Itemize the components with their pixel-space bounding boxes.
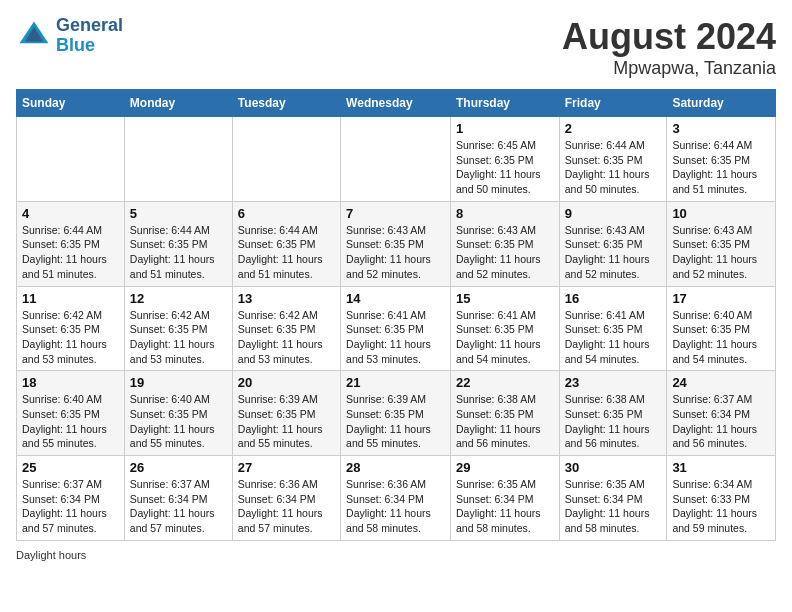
day-info: Sunrise: 6:40 AM Sunset: 6:35 PM Dayligh… [130,392,227,451]
calendar-cell: 4Sunrise: 6:44 AM Sunset: 6:35 PM Daylig… [17,201,125,286]
page-header: General Blue August 2024 Mpwapwa, Tanzan… [16,16,776,79]
calendar-cell: 18Sunrise: 6:40 AM Sunset: 6:35 PM Dayli… [17,371,125,456]
calendar-cell: 12Sunrise: 6:42 AM Sunset: 6:35 PM Dayli… [124,286,232,371]
day-of-week-header: Monday [124,90,232,117]
day-number: 17 [672,291,770,306]
calendar-cell: 5Sunrise: 6:44 AM Sunset: 6:35 PM Daylig… [124,201,232,286]
day-info: Sunrise: 6:40 AM Sunset: 6:35 PM Dayligh… [22,392,119,451]
calendar-cell [232,117,340,202]
calendar-week-row: 1Sunrise: 6:45 AM Sunset: 6:35 PM Daylig… [17,117,776,202]
day-info: Sunrise: 6:45 AM Sunset: 6:35 PM Dayligh… [456,138,554,197]
day-number: 23 [565,375,662,390]
day-number: 9 [565,206,662,221]
day-info: Sunrise: 6:39 AM Sunset: 6:35 PM Dayligh… [238,392,335,451]
calendar-cell: 24Sunrise: 6:37 AM Sunset: 6:34 PM Dayli… [667,371,776,456]
calendar-week-row: 25Sunrise: 6:37 AM Sunset: 6:34 PM Dayli… [17,456,776,541]
day-info: Sunrise: 6:44 AM Sunset: 6:35 PM Dayligh… [130,223,227,282]
calendar-cell: 21Sunrise: 6:39 AM Sunset: 6:35 PM Dayli… [341,371,451,456]
day-number: 1 [456,121,554,136]
day-number: 11 [22,291,119,306]
day-info: Sunrise: 6:42 AM Sunset: 6:35 PM Dayligh… [22,308,119,367]
day-info: Sunrise: 6:35 AM Sunset: 6:34 PM Dayligh… [565,477,662,536]
day-info: Sunrise: 6:35 AM Sunset: 6:34 PM Dayligh… [456,477,554,536]
logo: General Blue [16,16,123,56]
calendar-cell: 27Sunrise: 6:36 AM Sunset: 6:34 PM Dayli… [232,456,340,541]
calendar-cell: 31Sunrise: 6:34 AM Sunset: 6:33 PM Dayli… [667,456,776,541]
calendar-cell: 8Sunrise: 6:43 AM Sunset: 6:35 PM Daylig… [450,201,559,286]
day-number: 22 [456,375,554,390]
calendar-week-row: 18Sunrise: 6:40 AM Sunset: 6:35 PM Dayli… [17,371,776,456]
day-info: Sunrise: 6:39 AM Sunset: 6:35 PM Dayligh… [346,392,445,451]
day-number: 29 [456,460,554,475]
day-info: Sunrise: 6:42 AM Sunset: 6:35 PM Dayligh… [238,308,335,367]
day-number: 18 [22,375,119,390]
day-info: Sunrise: 6:40 AM Sunset: 6:35 PM Dayligh… [672,308,770,367]
calendar-cell: 30Sunrise: 6:35 AM Sunset: 6:34 PM Dayli… [559,456,667,541]
calendar-cell: 14Sunrise: 6:41 AM Sunset: 6:35 PM Dayli… [341,286,451,371]
day-info: Sunrise: 6:38 AM Sunset: 6:35 PM Dayligh… [565,392,662,451]
calendar-cell: 29Sunrise: 6:35 AM Sunset: 6:34 PM Dayli… [450,456,559,541]
calendar-cell [341,117,451,202]
day-info: Sunrise: 6:41 AM Sunset: 6:35 PM Dayligh… [456,308,554,367]
calendar-cell: 13Sunrise: 6:42 AM Sunset: 6:35 PM Dayli… [232,286,340,371]
logo-text: General Blue [56,16,123,56]
logo-line2: Blue [56,36,123,56]
day-of-week-header: Tuesday [232,90,340,117]
day-of-week-header: Sunday [17,90,125,117]
day-of-week-header: Wednesday [341,90,451,117]
day-number: 31 [672,460,770,475]
day-info: Sunrise: 6:43 AM Sunset: 6:35 PM Dayligh… [346,223,445,282]
logo-icon [16,18,52,54]
calendar-week-row: 11Sunrise: 6:42 AM Sunset: 6:35 PM Dayli… [17,286,776,371]
day-number: 19 [130,375,227,390]
calendar-cell: 26Sunrise: 6:37 AM Sunset: 6:34 PM Dayli… [124,456,232,541]
day-number: 27 [238,460,335,475]
day-info: Sunrise: 6:38 AM Sunset: 6:35 PM Dayligh… [456,392,554,451]
calendar-cell: 9Sunrise: 6:43 AM Sunset: 6:35 PM Daylig… [559,201,667,286]
calendar-cell: 1Sunrise: 6:45 AM Sunset: 6:35 PM Daylig… [450,117,559,202]
calendar-cell: 19Sunrise: 6:40 AM Sunset: 6:35 PM Dayli… [124,371,232,456]
day-info: Sunrise: 6:44 AM Sunset: 6:35 PM Dayligh… [238,223,335,282]
calendar-cell: 16Sunrise: 6:41 AM Sunset: 6:35 PM Dayli… [559,286,667,371]
day-number: 12 [130,291,227,306]
day-info: Sunrise: 6:37 AM Sunset: 6:34 PM Dayligh… [672,392,770,451]
day-number: 25 [22,460,119,475]
day-of-week-header: Saturday [667,90,776,117]
day-info: Sunrise: 6:36 AM Sunset: 6:34 PM Dayligh… [238,477,335,536]
day-info: Sunrise: 6:44 AM Sunset: 6:35 PM Dayligh… [672,138,770,197]
calendar-cell: 20Sunrise: 6:39 AM Sunset: 6:35 PM Dayli… [232,371,340,456]
day-info: Sunrise: 6:43 AM Sunset: 6:35 PM Dayligh… [456,223,554,282]
day-info: Sunrise: 6:43 AM Sunset: 6:35 PM Dayligh… [565,223,662,282]
day-number: 26 [130,460,227,475]
footer: Daylight hours [16,549,776,561]
day-number: 13 [238,291,335,306]
location-title: Mpwapwa, Tanzania [562,58,776,79]
calendar-cell: 2Sunrise: 6:44 AM Sunset: 6:35 PM Daylig… [559,117,667,202]
day-number: 28 [346,460,445,475]
day-number: 15 [456,291,554,306]
day-number: 4 [22,206,119,221]
month-title: August 2024 [562,16,776,58]
day-info: Sunrise: 6:37 AM Sunset: 6:34 PM Dayligh… [130,477,227,536]
day-info: Sunrise: 6:42 AM Sunset: 6:35 PM Dayligh… [130,308,227,367]
day-info: Sunrise: 6:37 AM Sunset: 6:34 PM Dayligh… [22,477,119,536]
day-number: 6 [238,206,335,221]
day-number: 7 [346,206,445,221]
calendar-cell: 25Sunrise: 6:37 AM Sunset: 6:34 PM Dayli… [17,456,125,541]
calendar-cell: 23Sunrise: 6:38 AM Sunset: 6:35 PM Dayli… [559,371,667,456]
day-number: 20 [238,375,335,390]
calendar-cell: 7Sunrise: 6:43 AM Sunset: 6:35 PM Daylig… [341,201,451,286]
day-number: 21 [346,375,445,390]
calendar-cell [124,117,232,202]
footer-label: Daylight hours [16,549,86,561]
day-number: 14 [346,291,445,306]
day-info: Sunrise: 6:36 AM Sunset: 6:34 PM Dayligh… [346,477,445,536]
calendar-cell: 15Sunrise: 6:41 AM Sunset: 6:35 PM Dayli… [450,286,559,371]
calendar-table: SundayMondayTuesdayWednesdayThursdayFrid… [16,89,776,541]
calendar-cell: 6Sunrise: 6:44 AM Sunset: 6:35 PM Daylig… [232,201,340,286]
logo-line1: General [56,16,123,36]
day-number: 5 [130,206,227,221]
calendar-week-row: 4Sunrise: 6:44 AM Sunset: 6:35 PM Daylig… [17,201,776,286]
day-of-week-header: Thursday [450,90,559,117]
title-block: August 2024 Mpwapwa, Tanzania [562,16,776,79]
